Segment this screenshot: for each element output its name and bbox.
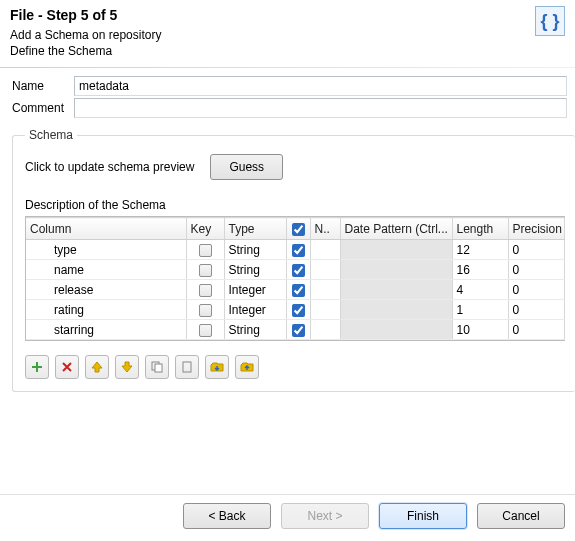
export-icon	[240, 360, 254, 374]
nullable-checkbox[interactable]	[292, 304, 305, 317]
schema-table: Column Key Type N.. Date Pattern (Ctrl..…	[26, 217, 565, 340]
export-button[interactable]	[235, 355, 259, 379]
cell-length[interactable]: 4	[452, 280, 508, 300]
col-header-type[interactable]: Type	[224, 218, 286, 240]
nullable-checkbox[interactable]	[292, 284, 305, 297]
col-header-key[interactable]: Key	[186, 218, 224, 240]
cell-nullable[interactable]	[286, 240, 310, 260]
cell-precision[interactable]: 0	[508, 320, 564, 340]
key-checkbox[interactable]	[199, 264, 212, 277]
comment-input[interactable]	[74, 98, 567, 118]
col-header-nullable[interactable]: N..	[310, 218, 340, 240]
next-button: Next >	[281, 503, 369, 529]
svg-rect-3	[185, 361, 189, 363]
cell-date-pattern[interactable]	[340, 240, 452, 260]
cancel-button[interactable]: Cancel	[477, 503, 565, 529]
schema-description-label: Description of the Schema	[25, 198, 565, 212]
cell-nullable[interactable]	[286, 300, 310, 320]
back-button-label: < Back	[208, 509, 245, 523]
cell-length[interactable]: 10	[452, 320, 508, 340]
spacer	[12, 392, 567, 456]
cell-key[interactable]	[186, 280, 224, 300]
cell-column[interactable]: type	[26, 240, 186, 260]
cell-type[interactable]: String	[224, 320, 286, 340]
schema-braces-glyph: { }	[540, 11, 559, 32]
cell-type[interactable]: String	[224, 260, 286, 280]
cell-date-pattern[interactable]	[340, 260, 452, 280]
cell-length[interactable]: 1	[452, 300, 508, 320]
cell-key[interactable]	[186, 320, 224, 340]
svg-rect-2	[183, 362, 191, 372]
cell-nullable-spacer	[310, 260, 340, 280]
col-header-nullable-check[interactable]	[286, 218, 310, 240]
nullable-checkbox[interactable]	[292, 324, 305, 337]
name-input[interactable]	[74, 76, 567, 96]
cell-precision[interactable]: 0	[508, 240, 564, 260]
cell-column[interactable]: release	[26, 280, 186, 300]
col-header-precision[interactable]: Precision	[508, 218, 564, 240]
wizard-subtitle-1: Add a Schema on repository	[10, 27, 161, 43]
table-row[interactable]: starringString100	[26, 320, 564, 340]
copy-button[interactable]	[145, 355, 169, 379]
cell-type[interactable]: Integer	[224, 300, 286, 320]
finish-button-label: Finish	[407, 509, 439, 523]
down-icon	[120, 360, 134, 374]
col-header-date[interactable]: Date Pattern (Ctrl...	[340, 218, 452, 240]
table-header-row: Column Key Type N.. Date Pattern (Ctrl..…	[26, 218, 564, 240]
cell-nullable[interactable]	[286, 280, 310, 300]
cell-type[interactable]: Integer	[224, 280, 286, 300]
back-button[interactable]: < Back	[183, 503, 271, 529]
comment-row: Comment	[12, 98, 567, 118]
cell-nullable[interactable]	[286, 320, 310, 340]
cell-key[interactable]	[186, 260, 224, 280]
schema-table-container: Column Key Type N.. Date Pattern (Ctrl..…	[25, 216, 565, 341]
cell-date-pattern[interactable]	[340, 280, 452, 300]
cell-key[interactable]	[186, 240, 224, 260]
cancel-button-label: Cancel	[502, 509, 539, 523]
paste-button[interactable]	[175, 355, 199, 379]
guess-button[interactable]: Guess	[210, 154, 283, 180]
cell-nullable-spacer	[310, 320, 340, 340]
comment-label: Comment	[12, 101, 74, 115]
schema-braces-icon: { }	[535, 6, 565, 36]
cell-column[interactable]: rating	[26, 300, 186, 320]
cell-date-pattern[interactable]	[340, 320, 452, 340]
table-row[interactable]: typeString120	[26, 240, 564, 260]
table-row[interactable]: ratingInteger10	[26, 300, 564, 320]
add-row-button[interactable]	[25, 355, 49, 379]
move-up-button[interactable]	[85, 355, 109, 379]
import-button[interactable]	[205, 355, 229, 379]
remove-icon	[60, 360, 74, 374]
update-schema-hint: Click to update schema preview	[25, 160, 194, 174]
next-button-label: Next >	[307, 509, 342, 523]
cell-column[interactable]: name	[26, 260, 186, 280]
key-checkbox[interactable]	[199, 244, 212, 257]
nullable-checkbox[interactable]	[292, 264, 305, 277]
cell-precision[interactable]: 0	[508, 260, 564, 280]
cell-nullable[interactable]	[286, 260, 310, 280]
key-checkbox[interactable]	[199, 284, 212, 297]
cell-type[interactable]: String	[224, 240, 286, 260]
cell-nullable-spacer	[310, 240, 340, 260]
cell-length[interactable]: 12	[452, 240, 508, 260]
cell-precision[interactable]: 0	[508, 280, 564, 300]
finish-button[interactable]: Finish	[379, 503, 467, 529]
row-toolbar	[25, 355, 565, 379]
cell-length[interactable]: 16	[452, 260, 508, 280]
nullable-header-checkbox[interactable]	[292, 223, 305, 236]
col-header-length[interactable]: Length	[452, 218, 508, 240]
cell-key[interactable]	[186, 300, 224, 320]
schema-group-title: Schema	[25, 128, 77, 142]
remove-row-button[interactable]	[55, 355, 79, 379]
cell-date-pattern[interactable]	[340, 300, 452, 320]
cell-precision[interactable]: 0	[508, 300, 564, 320]
nullable-checkbox[interactable]	[292, 244, 305, 257]
table-row[interactable]: nameString160	[26, 260, 564, 280]
wizard-subtitle-2: Define the Schema	[10, 43, 161, 59]
cell-column[interactable]: starring	[26, 320, 186, 340]
move-down-button[interactable]	[115, 355, 139, 379]
key-checkbox[interactable]	[199, 324, 212, 337]
key-checkbox[interactable]	[199, 304, 212, 317]
table-row[interactable]: releaseInteger40	[26, 280, 564, 300]
col-header-column[interactable]: Column	[26, 218, 186, 240]
